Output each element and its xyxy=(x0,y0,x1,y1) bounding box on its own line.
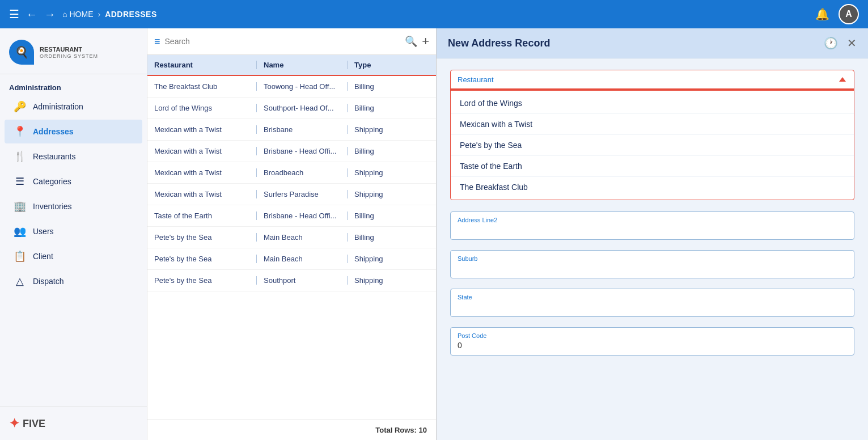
sidebar-logo: 🍳 RESTAURANT ORDERING SYSTEM xyxy=(0,33,147,74)
sidebar-label-dispatch: Dispatch xyxy=(33,277,63,286)
cell-name: Toowong - Head Off... xyxy=(256,82,347,91)
cell-type: Shipping xyxy=(347,276,429,285)
dropdown-option-lord[interactable]: Lord of the Wings xyxy=(451,93,854,114)
sidebar-item-users[interactable]: 👥 Users xyxy=(5,219,142,243)
form-header-actions: 🕐 ✕ xyxy=(824,36,857,50)
dropdown-option-petes[interactable]: Pete's by the Sea xyxy=(451,135,854,156)
sidebar-label-restaurants: Restaurants xyxy=(33,152,75,161)
dropdown-option-taste[interactable]: Taste of the Earth xyxy=(451,156,854,177)
sidebar-item-inventories[interactable]: 🏢 Inventories xyxy=(5,194,142,218)
current-page-label: ADDRESSES xyxy=(105,10,157,19)
menu-icon[interactable]: ☰ xyxy=(9,7,19,21)
notification-bell-icon[interactable]: 🔔 xyxy=(815,7,829,21)
building-icon: 🏢 xyxy=(14,200,26,213)
restaurant-dropdown-label: Restaurant xyxy=(458,75,838,84)
state-input[interactable] xyxy=(458,302,847,311)
state-field[interactable]: State xyxy=(450,289,854,317)
cell-restaurant: Pete's by the Sea xyxy=(154,233,256,242)
sidebar-item-addresses[interactable]: 📍 Addresses xyxy=(5,120,142,143)
cell-name: Main Beach xyxy=(256,233,347,242)
table-row[interactable]: Mexican with a Twist Brisbane Shipping xyxy=(147,119,436,141)
sidebar-item-dispatch[interactable]: △ Dispatch xyxy=(5,269,142,293)
table-toolbar: ≡ 🔍 + xyxy=(147,28,436,55)
dropdown-option-mexican[interactable]: Mexican with a Twist xyxy=(451,114,854,135)
table-row[interactable]: Pete's by the Sea Main Beach Billing xyxy=(147,227,436,248)
user-avatar[interactable]: A xyxy=(839,4,859,24)
sidebar-label-categories: Categories xyxy=(33,177,71,186)
cell-type: Billing xyxy=(347,211,429,220)
suburb-input[interactable] xyxy=(458,264,847,273)
cell-type: Shipping xyxy=(347,125,429,134)
filter-icon[interactable]: ≡ xyxy=(154,36,160,48)
search-button[interactable]: 🔍 xyxy=(405,35,417,48)
sidebar-item-categories[interactable]: ☰ Categories xyxy=(5,170,142,193)
restaurant-dropdown-list: Lord of the Wings Mexican with a Twist P… xyxy=(451,91,854,200)
form-clock-button[interactable]: 🕐 xyxy=(824,36,838,50)
table-row[interactable]: Mexican with a Twist Surfers Paradise Sh… xyxy=(147,184,436,205)
forward-icon[interactable]: → xyxy=(44,8,56,21)
address-line2-input[interactable] xyxy=(458,225,847,234)
form-close-button[interactable]: ✕ xyxy=(847,36,857,50)
cell-name: Brisbane - Head Offi... xyxy=(256,211,347,220)
five-logo-icon: ✦ xyxy=(9,416,19,431)
cell-restaurant: Lord of the Wings xyxy=(154,104,256,112)
topbar-right: 🔔 A xyxy=(815,4,859,24)
table-row[interactable]: The Breakfast Club Toowong - Head Off...… xyxy=(147,76,436,98)
app-logo-text: RESTAURANT ORDERING SYSTEM xyxy=(40,45,98,59)
dropdown-option-breakfast[interactable]: The Breakfast Club xyxy=(451,177,854,197)
content-area: ≡ 🔍 + Restaurant Name Type The Breakfast… xyxy=(147,28,868,440)
back-icon[interactable]: ← xyxy=(26,8,37,21)
sidebar-item-client[interactable]: 📋 Client xyxy=(5,244,142,268)
sidebar-label-users: Users xyxy=(33,227,54,236)
cell-type: Billing xyxy=(347,233,429,242)
list-icon: ☰ xyxy=(14,175,26,188)
table-row[interactable]: Pete's by the Sea Main Beach Shipping xyxy=(147,248,436,270)
table-row[interactable]: Mexican with a Twist Brisbane - Head Off… xyxy=(147,141,436,162)
home-label[interactable]: HOME xyxy=(69,10,93,19)
form-title: New Address Record xyxy=(448,37,824,49)
topbar: ☰ ← → ⌂ HOME › ADDRESSES 🔔 A xyxy=(0,0,868,28)
restaurant-dropdown-header[interactable]: Restaurant xyxy=(451,70,854,90)
column-header-type: Type xyxy=(347,61,429,69)
cell-restaurant: Taste of the Earth xyxy=(154,211,256,220)
home-link[interactable]: ⌂ HOME xyxy=(62,10,93,19)
form-body: Restaurant Lord of the Wings Mexican wit… xyxy=(437,58,868,440)
suburb-field[interactable]: Suburb xyxy=(450,250,854,278)
cell-type: Shipping xyxy=(347,168,429,177)
table-row[interactable]: Taste of the Earth Brisbane - Head Offi.… xyxy=(147,205,436,227)
sidebar: 🍳 RESTAURANT ORDERING SYSTEM Administrat… xyxy=(0,28,147,440)
table-row[interactable]: Mexican with a Twist Broadbeach Shipping xyxy=(147,162,436,184)
chevron-up-icon xyxy=(838,75,847,84)
cell-name: Brisbane - Head Offi... xyxy=(256,147,347,155)
app-logo-icon: 🍳 xyxy=(9,40,34,65)
sidebar-label-client: Client xyxy=(33,252,53,261)
cell-restaurant: Pete's by the Sea xyxy=(154,255,256,263)
postcode-field[interactable]: Post Code xyxy=(450,327,854,356)
table-row[interactable]: Lord of the Wings Southport- Head Of... … xyxy=(147,98,436,119)
cell-type: Billing xyxy=(347,104,429,112)
restaurant-dropdown[interactable]: Restaurant Lord of the Wings Mexican wit… xyxy=(450,70,854,200)
sidebar-item-restaurants[interactable]: 🍴 Restaurants xyxy=(5,145,142,168)
table-footer: Total Rows: 10 xyxy=(147,420,436,440)
breadcrumb-separator: › xyxy=(98,10,100,19)
sidebar-item-administration[interactable]: 🔑 Administration xyxy=(5,95,142,119)
cell-name: Broadbeach xyxy=(256,168,347,177)
sidebar-label-administration: Administration xyxy=(33,102,83,111)
table-panel: ≡ 🔍 + Restaurant Name Type The Breakfast… xyxy=(147,28,437,440)
add-record-button[interactable]: + xyxy=(422,34,429,49)
address-line2-field[interactable]: Address Line2 xyxy=(450,211,854,240)
search-input[interactable] xyxy=(165,37,401,46)
cell-restaurant: The Breakfast Club xyxy=(154,82,256,91)
postcode-input[interactable] xyxy=(458,341,847,350)
table-header-row: Restaurant Name Type xyxy=(147,55,436,76)
cell-type: Shipping xyxy=(347,255,429,263)
table-row[interactable]: Pete's by the Sea Southport Shipping xyxy=(147,270,436,291)
sidebar-label-inventories: Inventories xyxy=(33,202,71,211)
key-icon: 🔑 xyxy=(14,100,26,113)
home-icon: ⌂ xyxy=(62,10,67,19)
cell-name: Southport- Head Of... xyxy=(256,104,347,112)
suburb-label: Suburb xyxy=(458,255,847,262)
five-logo: ✦ FIVE xyxy=(9,416,138,431)
restaurant-field: Restaurant Lord of the Wings Mexican wit… xyxy=(450,70,854,200)
cell-name: Main Beach xyxy=(256,255,347,263)
